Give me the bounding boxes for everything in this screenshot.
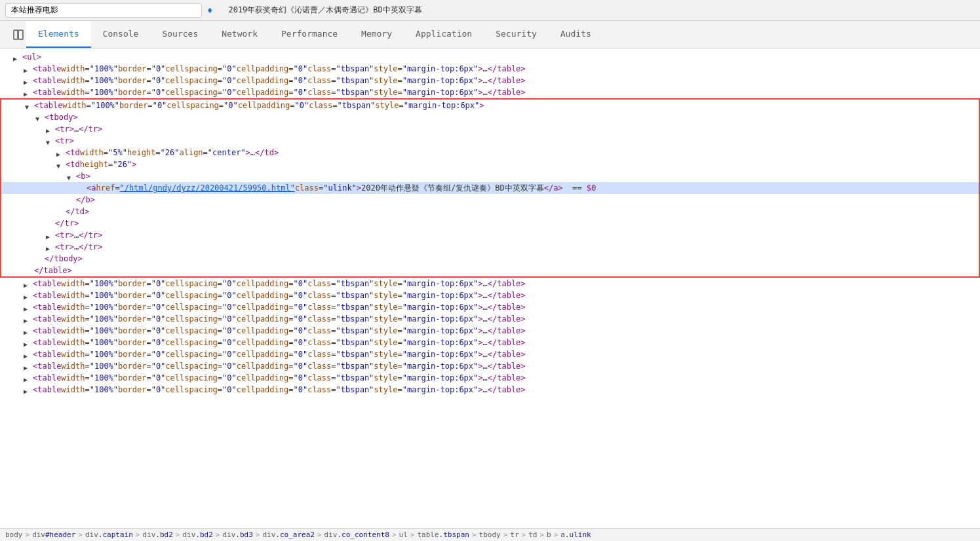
expand-triangle[interactable] <box>24 339 31 346</box>
tab-console[interactable]: Console <box>91 21 151 48</box>
tab-performance[interactable]: Performance <box>269 21 349 48</box>
breadcrumb-item[interactable]: div#header <box>32 531 75 539</box>
html-line[interactable]: <table width="100%" border="0" cellspaci… <box>0 348 980 360</box>
expand-triangle[interactable] <box>24 315 31 323</box>
breadcrumb-item[interactable]: tr <box>510 531 519 539</box>
html-line[interactable]: <b> <box>1 170 979 182</box>
html-line[interactable]: <table width="100%" border="0" cellspaci… <box>1 100 979 111</box>
expand-triangle[interactable] <box>13 53 21 61</box>
breadcrumb-item[interactable]: table.tbspan <box>417 531 469 539</box>
breadcrumb-item[interactable]: div.captain <box>85 531 133 539</box>
tab-sources[interactable]: Sources <box>150 21 210 48</box>
expand-triangle[interactable] <box>24 280 31 288</box>
expand-triangle[interactable] <box>46 137 54 145</box>
html-line-selected[interactable]: <a href="/html/gndy/dyzz/20200421/59950.… <box>1 182 979 194</box>
expand-triangle[interactable] <box>56 149 64 157</box>
breadcrumb-item[interactable]: b <box>547 531 551 539</box>
html-line[interactable]: <table width="100%" border="0" cellspaci… <box>0 63 980 75</box>
tab-application[interactable]: Application <box>404 21 484 48</box>
expand-triangle[interactable] <box>24 77 31 84</box>
expand-triangle[interactable] <box>35 113 43 121</box>
breadcrumb-sep: > <box>503 531 508 539</box>
elements-content[interactable]: <ul> <table width="100%" border="0" cell… <box>0 48 980 528</box>
html-line[interactable]: <table width="100%" border="0" cellspaci… <box>0 289 980 301</box>
browser-left-input[interactable] <box>5 3 202 18</box>
breadcrumb-sep: > <box>216 531 220 539</box>
html-line[interactable]: <table width="100%" border="0" cellspaci… <box>0 384 980 396</box>
breadcrumb-item[interactable]: a.ulink <box>560 531 591 539</box>
breadcrumb-item[interactable]: div.co_area2 <box>262 531 314 539</box>
html-line[interactable]: </td> <box>1 206 979 217</box>
html-line[interactable]: <td width="5%" height="26" align="center… <box>1 147 979 159</box>
svg-rect-0 <box>14 30 18 39</box>
breadcrumb-sep: > <box>392 531 397 539</box>
tab-elements[interactable]: Elements <box>26 21 91 48</box>
expand-triangle[interactable] <box>24 303 31 311</box>
breadcrumb-sep: > <box>26 531 30 539</box>
breadcrumb-item[interactable]: body <box>5 531 23 539</box>
html-line[interactable]: <tr> <box>1 135 979 147</box>
html-line[interactable]: </tr> <box>1 217 979 229</box>
expand-triangle[interactable] <box>24 65 31 73</box>
breadcrumb-item[interactable]: td <box>528 531 537 539</box>
html-line[interactable]: <tr>…</tr> <box>1 241 979 253</box>
html-line[interactable]: <table width="100%" border="0" cellspaci… <box>0 337 980 348</box>
breadcrumb-sep: > <box>176 531 180 539</box>
breadcrumb-item[interactable]: tbody <box>479 531 501 539</box>
svg-rect-1 <box>18 30 23 39</box>
html-line[interactable]: <table width="100%" border="0" cellspaci… <box>0 313 980 325</box>
html-line[interactable]: <tbody> <box>1 111 979 123</box>
expand-triangle[interactable] <box>67 172 75 180</box>
html-line[interactable]: <table width="100%" border="0" cellspaci… <box>0 325 980 337</box>
breadcrumb-sep: > <box>78 531 83 539</box>
expand-triangle[interactable] <box>24 327 31 335</box>
expand-triangle[interactable] <box>46 243 54 251</box>
html-line[interactable]: </table> <box>1 265 979 276</box>
html-line[interactable]: <table width="100%" border="0" cellspaci… <box>0 86 980 98</box>
html-line[interactable]: <table width="100%" border="0" cellspaci… <box>0 301 980 313</box>
expand-triangle[interactable] <box>46 231 54 239</box>
html-line[interactable]: <table width="100%" border="0" cellspaci… <box>0 372 980 384</box>
breadcrumb-item[interactable]: ul <box>399 531 408 539</box>
expand-triangle[interactable] <box>56 160 64 168</box>
breadcrumb-item[interactable]: div.co_content8 <box>324 531 389 539</box>
expand-triangle[interactable] <box>24 362 31 370</box>
devtools-tab-bar: Elements Console Sources Network Perform… <box>0 21 980 48</box>
html-line[interactable]: </tbody> <box>1 253 979 265</box>
breadcrumb-sep: > <box>554 531 559 539</box>
browser-diamond-icon: ♦ <box>207 5 212 16</box>
tab-network[interactable]: Network <box>210 21 269 48</box>
html-line[interactable]: <table width="100%" border="0" cellspaci… <box>0 360 980 372</box>
browser-bar: ♦ 2019年获奖奇幻《沁诺曹／木偶奇遇记》BD中英双字幕 <box>0 0 980 21</box>
html-line[interactable]: <ul> <box>0 51 980 63</box>
expand-triangle[interactable] <box>24 386 31 394</box>
breadcrumb-sep: > <box>522 531 526 539</box>
breadcrumb-sep: > <box>317 531 322 539</box>
breadcrumb-item[interactable]: div.bd2 <box>142 531 172 539</box>
breadcrumb-sep: > <box>472 531 477 539</box>
html-line[interactable]: </b> <box>1 194 979 206</box>
breadcrumb-sep: > <box>410 531 415 539</box>
breadcrumb-item[interactable]: div.bd2 <box>182 531 212 539</box>
tab-security[interactable]: Security <box>484 21 549 48</box>
devtools-panel: <ul> <table width="100%" border="0" cell… <box>0 48 980 541</box>
expand-triangle[interactable] <box>24 88 31 96</box>
expand-triangle[interactable] <box>24 291 31 299</box>
breadcrumb-bar: body > div#header > div.captain > div.bd… <box>0 528 980 541</box>
html-line[interactable]: <table width="100%" border="0" cellspaci… <box>0 75 980 86</box>
breadcrumb-sep: > <box>539 531 544 539</box>
breadcrumb-sep: > <box>256 531 260 539</box>
devtools-side-panel-icon[interactable] <box>13 21 24 48</box>
expand-triangle[interactable] <box>24 350 31 358</box>
html-line[interactable]: <tr>…</tr> <box>1 123 979 135</box>
tab-audits[interactable]: Audits <box>549 21 603 48</box>
expand-triangle[interactable] <box>25 102 33 109</box>
breadcrumb-item[interactable]: div.bd3 <box>222 531 252 539</box>
html-line[interactable]: <tr>…</tr> <box>1 229 979 241</box>
tab-memory[interactable]: Memory <box>349 21 404 48</box>
expand-triangle[interactable] <box>46 125 54 133</box>
expand-triangle[interactable] <box>24 374 31 382</box>
breadcrumb-sep: > <box>136 531 140 539</box>
html-line[interactable]: <td height="26"> <box>1 159 979 170</box>
html-line[interactable]: <table width="100%" border="0" cellspaci… <box>0 278 980 289</box>
